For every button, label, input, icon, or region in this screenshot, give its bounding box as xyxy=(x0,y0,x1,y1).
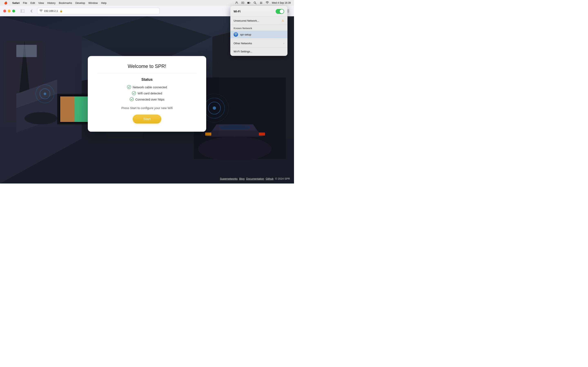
status-item-network-cable: Network cable connected xyxy=(127,85,167,89)
footer-copyright: © 2024 SPR xyxy=(275,177,290,180)
footer-supernetworks-link[interactable]: Supernetworks xyxy=(220,177,238,180)
menubar-develop[interactable]: Develop xyxy=(74,0,87,6)
menubar-datetime: Wed 4 Sep 16:39 xyxy=(271,0,292,6)
svg-point-9 xyxy=(261,2,262,3)
apple-menu[interactable]: 🍎 xyxy=(2,0,9,6)
wifi-known-network-label: Known Network xyxy=(230,26,287,31)
back-button[interactable] xyxy=(28,8,35,14)
wifi-known-network-item[interactable]: spr-setup xyxy=(230,31,287,38)
footer-documentation-link[interactable]: Documentation xyxy=(246,177,264,180)
svg-point-92 xyxy=(132,91,136,95)
window-controls xyxy=(3,9,15,12)
check-icon-1 xyxy=(127,85,131,89)
window-minimize-button[interactable] xyxy=(8,9,11,12)
svg-point-2 xyxy=(242,2,243,3)
spr-welcome-card: Welcome to SPR! Status Network cable con… xyxy=(88,56,206,132)
footer-blog-link[interactable]: Blog xyxy=(239,177,245,180)
status-item-https: Connected over https xyxy=(130,97,164,101)
check-icon-2 xyxy=(132,91,136,95)
spotlight-icon[interactable] xyxy=(252,0,258,6)
menubar-file[interactable]: File xyxy=(21,0,29,6)
spr-title: Welcome to SPR! xyxy=(98,63,196,73)
menubar-help[interactable]: Help xyxy=(99,0,108,6)
lock-icon: 🔒 xyxy=(60,9,63,12)
wifi-settings-label: Wi-Fi Settings... xyxy=(233,50,252,53)
notification-center-icon[interactable] xyxy=(234,0,239,6)
svg-point-8 xyxy=(260,2,261,3)
wifi-dropdown: Wi-Fi Unsecured Network... ⚠ Known Netwo… xyxy=(230,6,287,56)
warning-icon: ⚠ xyxy=(282,19,284,22)
svg-point-94 xyxy=(236,35,236,36)
screen-recording-icon[interactable] xyxy=(240,0,245,6)
menubar-history[interactable]: History xyxy=(45,0,57,6)
wifi-toggle[interactable] xyxy=(276,9,284,14)
svg-rect-19 xyxy=(288,11,289,12)
svg-rect-12 xyxy=(21,9,24,12)
window-maximize-button[interactable] xyxy=(12,9,15,12)
menubar-window[interactable]: Window xyxy=(87,0,99,6)
status-heading: Status xyxy=(98,77,196,82)
wifi-divider-4 xyxy=(230,47,287,48)
address-text: 192.168.2.1 xyxy=(44,9,58,12)
wifi-menubar-icon[interactable] xyxy=(265,0,270,6)
start-button[interactable]: Start xyxy=(133,115,161,124)
svg-point-11 xyxy=(261,3,262,4)
press-start-text: Press Start to configure your new Wifi xyxy=(98,106,196,110)
menubar-view[interactable]: View xyxy=(37,0,46,6)
wifi-other-networks-item[interactable]: Other Networks › xyxy=(230,40,287,47)
address-bar[interactable]: 192.168.2.1 🔒 xyxy=(37,8,160,14)
menubar-bookmarks[interactable]: Bookmarks xyxy=(57,0,74,6)
svg-point-93 xyxy=(130,98,134,101)
wifi-network-icon xyxy=(233,32,238,37)
footer: Supernetworks Blog Documentation Github … xyxy=(220,177,290,180)
menubar-app-name[interactable]: Safari xyxy=(11,0,21,6)
footer-github-link[interactable]: Github xyxy=(266,177,273,180)
svg-rect-4 xyxy=(248,2,249,3)
svg-point-91 xyxy=(127,85,131,89)
window-close-button[interactable] xyxy=(3,9,6,12)
svg-point-10 xyxy=(260,3,261,4)
menubar-right: Wed 4 Sep 16:39 xyxy=(234,0,292,6)
status-item-wifi-card: Wifi card detected xyxy=(132,91,162,95)
sidebar-toggle-button[interactable] xyxy=(19,8,26,14)
status-text-3: Connected over https xyxy=(135,98,164,101)
status-text-1: Network cable connected xyxy=(133,85,167,89)
svg-line-7 xyxy=(255,3,256,4)
svg-rect-17 xyxy=(288,9,289,11)
status-section: Status Network cable connected Wifi card… xyxy=(98,77,196,101)
menubar: 🍎 Safari File Edit View History Bookmark… xyxy=(0,0,294,6)
wifi-other-networks-label: Other Networks xyxy=(233,42,252,45)
wifi-settings-item[interactable]: Wi-Fi Settings... xyxy=(230,48,287,55)
menubar-left: 🍎 Safari File Edit View History Bookmark… xyxy=(2,0,234,6)
control-center-icon[interactable] xyxy=(259,0,264,6)
status-items: Network cable connected Wifi card detect… xyxy=(98,85,196,101)
wifi-unsecured-network-item[interactable]: Unsecured Network... ⚠ xyxy=(230,17,287,24)
check-icon-3 xyxy=(130,97,134,101)
wifi-divider-3 xyxy=(230,39,287,39)
wifi-divider-1 xyxy=(230,16,287,17)
chevron-right-icon: › xyxy=(283,42,284,45)
menubar-edit[interactable]: Edit xyxy=(29,0,36,6)
wifi-dropdown-title: Wi-Fi xyxy=(233,10,241,13)
wifi-unsecured-label: Unsecured Network... xyxy=(233,19,259,22)
wifi-dropdown-header: Wi-Fi xyxy=(230,7,287,16)
wifi-known-network-name: spr-setup xyxy=(240,33,251,36)
svg-rect-5 xyxy=(250,2,251,3)
battery-icon[interactable] xyxy=(246,0,251,6)
status-text-2: Wifi card detected xyxy=(138,91,162,95)
